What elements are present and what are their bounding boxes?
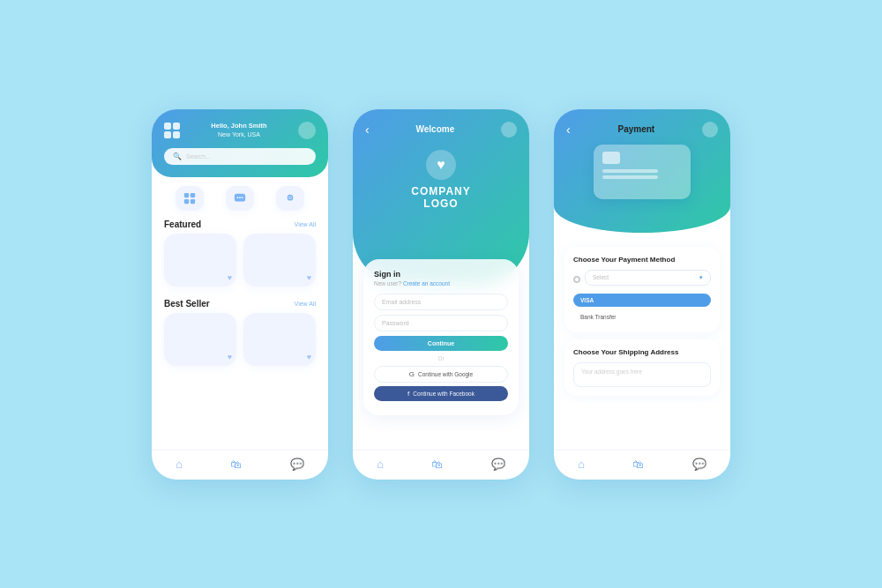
- payment-method-card: Choose Your Payment Method Select ▾ VISA…: [564, 247, 720, 332]
- avatar-3[interactable]: [702, 122, 718, 138]
- icon-chat[interactable]: [226, 186, 254, 211]
- radio-row: Select ▾: [573, 270, 711, 289]
- svg-point-5: [236, 197, 238, 198]
- svg-rect-2: [184, 199, 189, 204]
- bank-transfer-option[interactable]: Bank Transfer: [573, 310, 711, 324]
- greeting-text: Hello, John Smith New York, USA: [211, 122, 266, 139]
- heart-icon-4: ♥: [307, 353, 311, 361]
- signin-title: Sign in: [374, 270, 508, 279]
- phone3-header: ‹ Payment: [554, 109, 730, 233]
- search-placeholder: Search...: [186, 153, 211, 160]
- phone1-icons: [152, 177, 328, 212]
- create-account-link[interactable]: Create an account: [403, 280, 450, 287]
- featured-title: Featured: [164, 220, 201, 229]
- card-chip: [602, 152, 620, 164]
- nav-chat-icon[interactable]: 💬: [290, 458, 304, 471]
- nav-home-icon-2[interactable]: ⌂: [377, 458, 384, 471]
- phone-1: Hello, John Smith New York, USA 🔍 Search…: [152, 109, 328, 480]
- google-signin-button[interactable]: G Continue with Google: [374, 366, 508, 383]
- icon-grid[interactable]: [176, 186, 204, 211]
- nav-home-icon-3[interactable]: ⌂: [578, 458, 585, 471]
- facebook-icon: f: [407, 390, 409, 398]
- icon-location[interactable]: [276, 186, 304, 211]
- avatar[interactable]: [298, 122, 316, 139]
- welcome-title: Welcome: [415, 124, 454, 134]
- nav-bag-icon[interactable]: 🛍: [230, 458, 242, 471]
- heart-icon-3: ♥: [228, 353, 232, 361]
- signin-card: Sign in New user? Create an account Emai…: [363, 259, 519, 415]
- heart-icon-1: ♥: [228, 273, 232, 282]
- phone2-topbar: ‹ Welcome: [365, 122, 517, 138]
- visa-option[interactable]: VISA: [573, 294, 711, 307]
- nav-chat-icon-3[interactable]: 💬: [692, 458, 706, 471]
- featured-card-2[interactable]: ♥: [243, 234, 316, 287]
- featured-card-1[interactable]: ♥: [164, 234, 236, 287]
- svg-rect-0: [184, 193, 189, 197]
- card-line-2: [602, 175, 658, 179]
- email-field[interactable]: Email address: [374, 294, 508, 310]
- grid-icon[interactable]: [164, 123, 180, 138]
- nav-home-icon[interactable]: ⌂: [176, 458, 183, 471]
- search-bar[interactable]: 🔍 Search...: [164, 148, 316, 165]
- back-button-3[interactable]: ‹: [566, 123, 571, 137]
- bestseller-title: Best Seller: [164, 299, 210, 309]
- avatar-2[interactable]: [501, 122, 517, 138]
- google-icon: G: [409, 370, 415, 378]
- or-divider: Or: [374, 355, 508, 361]
- svg-rect-1: [191, 193, 195, 197]
- nav-bag-icon-2[interactable]: 🛍: [431, 458, 443, 471]
- phone1-nav: ⌂ 🛍 💬: [152, 450, 328, 480]
- featured-view-all[interactable]: View All: [295, 221, 316, 227]
- password-field[interactable]: Password: [374, 315, 508, 331]
- search-icon: 🔍: [173, 153, 182, 160]
- nav-chat-icon-2[interactable]: 💬: [491, 458, 505, 471]
- company-heart-logo: ♥: [426, 150, 456, 180]
- card-line-1: [602, 169, 658, 173]
- bestseller-section-header: Best Seller View All: [152, 292, 328, 313]
- bestseller-card-1[interactable]: ♥: [164, 313, 236, 366]
- phone2-nav: ⌂ 🛍 💬: [353, 450, 529, 480]
- phone3-topbar: ‹ Payment: [566, 122, 718, 138]
- bestseller-view-all[interactable]: View All: [295, 301, 316, 307]
- svg-rect-3: [191, 199, 195, 204]
- address-input[interactable]: Your address goes here: [573, 362, 711, 387]
- company-logo-area: ♥ COMPANY LOGO: [411, 150, 470, 211]
- back-button[interactable]: ‹: [365, 123, 370, 137]
- bestseller-card-2[interactable]: ♥: [243, 313, 316, 366]
- payment-select[interactable]: Select ▾: [585, 270, 711, 286]
- shipping-address-card: Choose Your Shipping Address Your addres…: [564, 339, 720, 396]
- heart-symbol: ♥: [437, 157, 445, 173]
- phone3-nav: ⌂ 🛍 💬: [554, 450, 730, 480]
- radio-button[interactable]: [573, 276, 580, 283]
- card-lines: [602, 169, 682, 179]
- facebook-signin-button[interactable]: f Continue with Facebook: [374, 386, 508, 401]
- payment-method-title: Choose Your Payment Method: [573, 256, 711, 264]
- signin-sub: New user? Create an account: [374, 280, 508, 287]
- featured-cards: ♥ ♥: [152, 234, 328, 292]
- payment-body: Choose Your Payment Method Select ▾ VISA…: [554, 240, 730, 403]
- featured-section-header: Featured View All: [152, 212, 328, 234]
- bestseller-cards: ♥ ♥: [152, 313, 328, 371]
- nav-bag-icon-3[interactable]: 🛍: [632, 458, 644, 471]
- dropdown-arrow-icon: ▾: [699, 274, 703, 281]
- payment-title: Payment: [617, 124, 654, 134]
- phone-3: ‹ Payment Choose Your Payment Method Sel…: [554, 109, 730, 480]
- svg-point-6: [239, 197, 241, 198]
- phone-2: ‹ Welcome ♥ COMPANY LOGO Sign in New use…: [353, 109, 529, 480]
- shipping-title: Choose Your Shipping Address: [573, 348, 711, 356]
- credit-card-visual: [594, 145, 691, 199]
- heart-icon-2: ♥: [307, 273, 311, 282]
- continue-button[interactable]: Continue: [374, 336, 508, 351]
- svg-point-7: [242, 197, 243, 198]
- company-name: COMPANY LOGO: [411, 185, 470, 211]
- phone1-topbar: Hello, John Smith New York, USA: [164, 122, 316, 139]
- phone1-header: Hello, John Smith New York, USA 🔍 Search…: [152, 109, 328, 177]
